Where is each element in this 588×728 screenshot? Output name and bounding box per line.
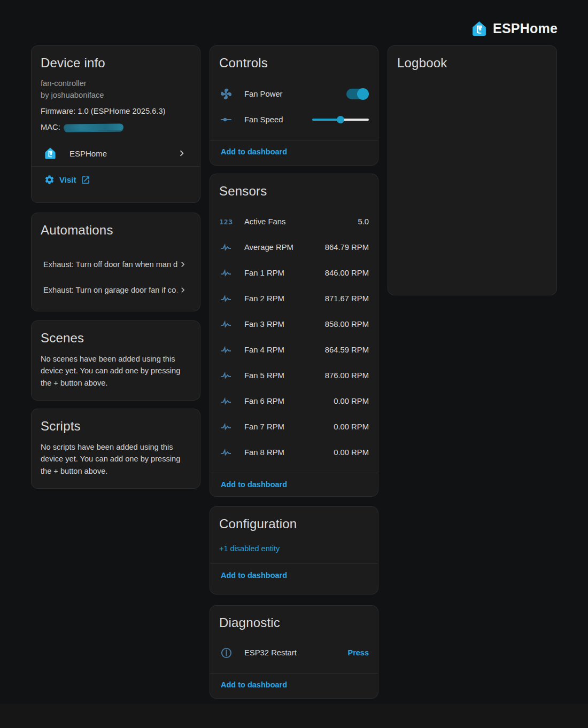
scenes-title: Scenes xyxy=(32,321,200,347)
logbook-title: Logbook xyxy=(388,46,556,72)
open-in-new-icon xyxy=(81,175,90,185)
automation-row-1[interactable]: Exhaust: Turn off door fan when man d… xyxy=(32,252,200,277)
sensor-label: Fan 3 RPM xyxy=(244,320,325,328)
fan-power-toggle[interactable] xyxy=(346,89,368,99)
sensor-label: Fan 2 RPM xyxy=(244,294,325,303)
device-info-card: Device info fan-controller by joshuaboni… xyxy=(31,45,200,203)
device-name: fan-controller xyxy=(41,77,191,89)
sensor-value: 0.00 RPM xyxy=(334,397,369,405)
pulse-icon xyxy=(220,343,233,356)
chevron-right-icon xyxy=(177,259,188,270)
sensor-row-active-fans[interactable]: 123 Active Fans 5.0 xyxy=(210,209,378,234)
toggle-thumb xyxy=(357,88,369,100)
controls-card: Controls Fan Power Fan xyxy=(210,45,378,166)
sensors-title: Sensors xyxy=(210,174,378,200)
sensor-row-fan1-rpm[interactable]: Fan 1 RPM 846.00 RPM xyxy=(210,260,378,286)
scripts-empty-text: No scripts have been added using this de… xyxy=(32,435,200,477)
configuration-title: Configuration xyxy=(210,507,378,533)
sensor-value: 0.00 RPM xyxy=(334,422,369,431)
diagnostic-add-to-dashboard-link[interactable]: Add to dashboard xyxy=(210,674,378,696)
integration-row-esphome[interactable]: ESPHome xyxy=(41,140,191,166)
scripts-card: Scripts No scripts have been added using… xyxy=(31,409,200,489)
device-info-title: Device info xyxy=(32,46,200,72)
pulse-icon xyxy=(220,318,233,331)
sensor-value: 864.59 RPM xyxy=(325,346,369,354)
sensor-label: Fan 7 RPM xyxy=(244,422,334,431)
sensor-label: Fan 5 RPM xyxy=(244,371,325,380)
diagnostic-title: Diagnostic xyxy=(210,606,378,631)
automation-label: Exhaust: Turn off door fan when man d… xyxy=(43,260,177,269)
device-mac-line: MAC: xyxy=(41,121,191,133)
gear-icon xyxy=(44,175,55,185)
chevron-right-icon xyxy=(177,285,188,295)
scenes-empty-text: No scenes have been added using this dev… xyxy=(32,347,200,389)
sensor-row-fan7-rpm[interactable]: Fan 7 RPM 0.00 RPM xyxy=(210,414,378,440)
fan-icon xyxy=(220,88,233,100)
chevron-right-icon xyxy=(176,147,188,159)
automation-label: Exhaust: Turn on garage door fan if co… xyxy=(43,286,177,294)
sensor-label: Active Fans xyxy=(244,217,358,226)
power-icon xyxy=(220,646,233,659)
scenes-card: Scenes No scenes have been added using t… xyxy=(31,320,200,401)
automation-row-2[interactable]: Exhaust: Turn on garage door fan if co… xyxy=(32,277,200,303)
fan-power-label: Fan Power xyxy=(244,90,346,98)
sensor-row-fan4-rpm[interactable]: Fan 4 RPM 864.59 RPM xyxy=(210,337,378,363)
sensor-value: 858.00 RPM xyxy=(325,320,369,328)
controls-add-to-dashboard-link[interactable]: Add to dashboard xyxy=(210,140,378,163)
fan-power-row: Fan Power xyxy=(210,81,378,107)
pulse-icon xyxy=(220,241,233,254)
integration-label: ESPHome xyxy=(69,149,176,158)
pulse-icon xyxy=(220,446,233,459)
device-firmware: Firmware: 1.0 (ESPHome 2025.6.3) xyxy=(41,105,191,117)
sensor-row-fan2-rpm[interactable]: Fan 2 RPM 871.67 RPM xyxy=(210,286,378,311)
sensor-row-average-rpm[interactable]: Average RPM 864.79 RPM xyxy=(210,234,378,260)
automations-title: Automations xyxy=(32,213,200,239)
sensor-label: Fan 6 RPM xyxy=(244,397,334,405)
scripts-title: Scripts xyxy=(32,409,200,435)
disabled-entities-link[interactable]: +1 disabled entity xyxy=(210,533,378,563)
controls-title: Controls xyxy=(210,46,378,72)
sensor-row-fan3-rpm[interactable]: Fan 3 RPM 858.00 RPM xyxy=(210,311,378,337)
press-button[interactable]: Press xyxy=(347,648,369,657)
sensors-add-to-dashboard-link[interactable]: Add to dashboard xyxy=(210,473,378,496)
esphome-integration-icon xyxy=(44,147,57,160)
sensor-value: 871.67 RPM xyxy=(325,294,369,303)
sensor-value: 876.00 RPM xyxy=(325,371,369,380)
brand-title: ESPHome xyxy=(493,21,558,36)
slider-thumb[interactable] xyxy=(337,116,344,123)
esp32-restart-row: ESP32 Restart Press xyxy=(210,640,378,666)
device-page: ESPHome Device info fan-controller by jo… xyxy=(0,0,588,728)
numeric-123-icon: 123 xyxy=(220,215,233,228)
sensor-row-fan5-rpm[interactable]: Fan 5 RPM 876.00 RPM xyxy=(210,363,378,388)
pulse-icon xyxy=(220,267,233,279)
visit-label: Visit xyxy=(59,175,76,184)
pulse-icon xyxy=(220,420,233,433)
brand-bar: ESPHome xyxy=(471,20,558,37)
sensor-row-fan6-rpm[interactable]: Fan 6 RPM 0.00 RPM xyxy=(210,388,378,414)
device-author: by joshuaboniface xyxy=(41,89,191,101)
fan-speed-row: Fan Speed xyxy=(210,107,378,132)
page-bottom-edge xyxy=(0,704,588,728)
sensor-label: Average RPM xyxy=(244,243,325,252)
sensor-row-fan8-rpm[interactable]: Fan 8 RPM 0.00 RPM xyxy=(210,440,378,465)
esp32-restart-label: ESP32 Restart xyxy=(244,648,347,657)
automations-card: Automations Exhaust: Turn off door fan w… xyxy=(31,213,200,311)
mac-redaction xyxy=(64,123,123,131)
slider-track-rest xyxy=(341,119,369,121)
sensor-value: 0.00 RPM xyxy=(334,448,369,457)
pulse-icon xyxy=(220,395,233,408)
esphome-logo-icon xyxy=(471,20,488,37)
fan-speed-label: Fan Speed xyxy=(244,115,312,124)
visit-link[interactable]: Visit xyxy=(32,167,200,193)
configuration-card: Configuration +1 disabled entity Add to … xyxy=(210,506,378,594)
logbook-card: Logbook xyxy=(388,45,557,295)
sensors-card: Sensors 123 Active Fans 5.0 Average RPM … xyxy=(210,174,378,497)
sensor-label: Fan 4 RPM xyxy=(244,346,325,354)
sensor-label: Fan 8 RPM xyxy=(244,448,334,457)
sensor-label: Fan 1 RPM xyxy=(244,269,325,277)
fan-speed-slider[interactable] xyxy=(312,116,369,123)
mac-label: MAC: xyxy=(41,121,60,133)
pulse-icon xyxy=(220,292,233,305)
configuration-add-to-dashboard-link[interactable]: Add to dashboard xyxy=(210,564,378,587)
diagnostic-card: Diagnostic ESP32 Restart Press Add to da… xyxy=(210,605,378,699)
